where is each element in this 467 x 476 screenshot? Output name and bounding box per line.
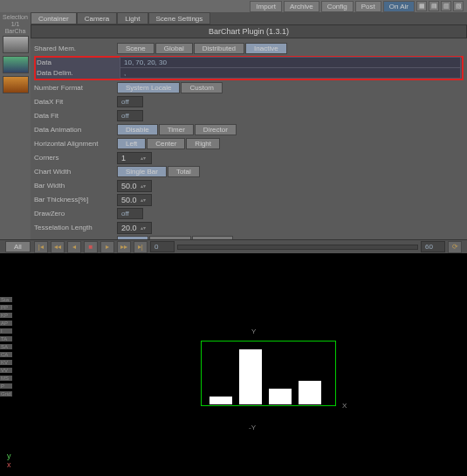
numfmt-custom[interactable]: Custom (181, 82, 223, 93)
corners-input[interactable]: 1▴▾ (117, 152, 152, 164)
gizmo-y-icon: y (7, 452, 11, 460)
halign-right[interactable]: Right (186, 138, 220, 149)
vlbl: P (0, 383, 12, 389)
bwidth-label: Bar Width (34, 182, 117, 190)
anim-director[interactable]: Director (195, 124, 237, 135)
layout1-icon[interactable]: ▦ (416, 1, 427, 11)
vlbl: Grid (0, 391, 12, 397)
selection-item: BarCha (2, 28, 29, 34)
tesslen-input[interactable]: 20.0▴▾ (117, 222, 152, 234)
sharedmem-label: Shared Mem. (34, 45, 117, 52)
data-label: Data (37, 59, 120, 66)
3d-viewport[interactable]: Sta PP KP AP I TA SA CA KV VV MS P Grid … (0, 253, 467, 476)
datafit-toggle[interactable]: off (117, 110, 143, 121)
stop-icon[interactable]: ■ (84, 241, 98, 253)
cwidth-label: Chart Width (34, 168, 117, 176)
halign-left[interactable]: Left (117, 138, 146, 149)
timeline-all[interactable]: All (5, 241, 31, 252)
time-end[interactable]: 60 (421, 241, 445, 252)
plugin-title: BarChart Plugin (1.3.1) (31, 24, 467, 38)
vlbl: KV (0, 360, 12, 365)
layout3-icon[interactable]: ▥ (441, 1, 451, 11)
timeline-bar: All |◂ ◂◂ ◂ ■ ▸ ▸▸ ▸| 0 60 ⟳ (0, 239, 467, 253)
play-rev-icon[interactable]: ◂ (67, 241, 81, 253)
editor-tabs: Container Camera Light Scene Settings (31, 12, 467, 24)
vlbl: CA (0, 352, 12, 357)
progmode-charty[interactable]: Chart Y (192, 236, 233, 239)
vlbl: AP (0, 321, 12, 326)
goto-start-icon[interactable]: |◂ (34, 241, 48, 253)
loop-icon[interactable]: ⟳ (448, 241, 462, 253)
vlbl: PP (0, 305, 12, 310)
corners-label: Corners (34, 154, 117, 162)
dataxfit-toggle[interactable]: off (117, 96, 143, 107)
tab-camera[interactable]: Camera (77, 12, 117, 24)
cwidth-single[interactable]: Single Bar (117, 166, 167, 177)
time-current[interactable]: 0 (150, 241, 175, 252)
numfmt-system[interactable]: System Locale (117, 82, 180, 93)
drawzero-toggle[interactable]: off (117, 208, 143, 219)
tab-container[interactable]: Container (31, 12, 77, 24)
vlbl: TA (0, 336, 12, 341)
step-back-icon[interactable]: ◂◂ (51, 241, 65, 253)
bar-2 (239, 349, 262, 404)
archive-button[interactable]: Archive (284, 1, 319, 12)
properties-panel: Shared Mem. Scene Global Distributed Ina… (31, 38, 467, 239)
axis-y-label: Y (251, 328, 256, 335)
layout4-icon[interactable]: ▧ (453, 1, 464, 11)
anim-timer[interactable]: Timer (159, 124, 194, 135)
vlbl: VV (0, 368, 12, 373)
delim-label: Data Delim. (37, 69, 120, 77)
dataxfit-label: DataX Fit (34, 98, 117, 106)
goto-end-icon[interactable]: ▸| (134, 241, 148, 253)
cwidth-total[interactable]: Total (168, 166, 200, 177)
config-button[interactable]: Config (321, 1, 354, 12)
plugin-icon-3[interactable] (3, 76, 29, 93)
plugin-icon-2[interactable] (3, 56, 29, 73)
import-button[interactable]: Import (250, 1, 282, 12)
timeline-slider[interactable] (177, 245, 418, 250)
delim-input[interactable]: , (120, 67, 461, 79)
vlbl: KP (0, 313, 12, 318)
anim-disable[interactable]: Disable (117, 124, 158, 135)
layout2-icon[interactable]: ▤ (429, 1, 439, 11)
selection-label: Selection (2, 14, 29, 20)
halign-label: Horizontal Alignment (34, 140, 117, 148)
numfmt-label: Number Format (34, 84, 117, 92)
post-button[interactable]: Post (355, 1, 381, 12)
halign-center[interactable]: Center (147, 138, 185, 149)
vlbl: MS (0, 376, 12, 381)
selection-sidebar: Selection 1/1 BarCha (0, 12, 31, 239)
gizmo-x-icon: x (7, 460, 11, 469)
tab-scene-settings[interactable]: Scene Settings (148, 12, 211, 24)
scope-inactive[interactable]: Inactive (245, 43, 287, 54)
bar-chart (209, 349, 332, 404)
tesslen-label: Tesselation Length (34, 224, 117, 231)
selection-count: 1/1 (2, 21, 29, 27)
play-icon[interactable]: ▸ (100, 241, 114, 253)
vlbl: Sta (0, 297, 12, 302)
viewport-labels: Sta PP KP AP I TA SA CA KV VV MS P Grid (0, 297, 12, 397)
vlbl: I (0, 328, 12, 334)
progmode-bars[interactable]: Bars (117, 236, 148, 239)
step-fwd-icon[interactable]: ▸▸ (117, 241, 131, 253)
scope-scene[interactable]: Scene (117, 43, 155, 54)
bthick-input[interactable]: 50.0▴▾ (117, 194, 152, 206)
progmode-chartx[interactable]: Chart X (149, 236, 190, 239)
tab-light[interactable]: Light (117, 12, 148, 24)
scope-global[interactable]: Global (155, 43, 193, 54)
bar-4 (299, 381, 321, 404)
scope-distributed[interactable]: Distributed (194, 43, 244, 54)
bwidth-input[interactable]: 50.0▴▾ (117, 180, 152, 192)
datafit-label: Data Fit (34, 112, 117, 120)
axis-gizmo: y x (7, 452, 11, 469)
axis-x-label: X (342, 402, 347, 410)
onair-button[interactable]: On Air (383, 1, 415, 12)
bar-1 (209, 397, 232, 404)
anim-label: Data Animation (34, 126, 117, 134)
top-menubar: Import Archive Config Post On Air ▦ ▤ ▥ … (0, 0, 467, 12)
progmode-label: ProgressMode (34, 238, 117, 239)
bar-3 (269, 389, 292, 404)
plugin-icon-1[interactable] (3, 36, 29, 53)
bthick-label: Bar Thickness[%] (34, 196, 117, 204)
